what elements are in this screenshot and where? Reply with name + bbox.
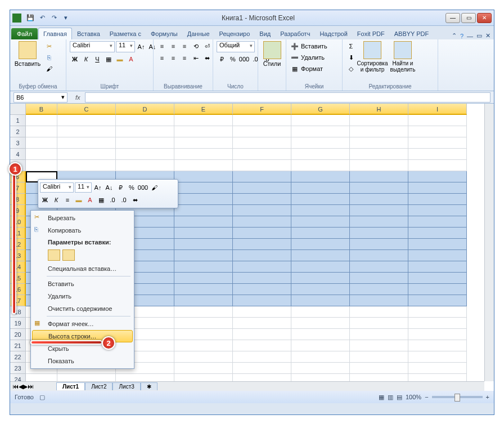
- menu-format-cells[interactable]: Формат ячеек…: [32, 318, 133, 330]
- cell[interactable]: [350, 182, 408, 194]
- cell[interactable]: [174, 137, 233, 149]
- font-color-icon[interactable]: A: [126, 54, 136, 64]
- redo-icon[interactable]: ↷: [49, 13, 59, 23]
- currency-icon[interactable]: ₽: [217, 54, 227, 64]
- cell[interactable]: [116, 149, 174, 160]
- cell[interactable]: [350, 149, 408, 160]
- cell[interactable]: [350, 318, 408, 329]
- cell[interactable]: [26, 137, 57, 149]
- cell[interactable]: [174, 340, 233, 351]
- cell[interactable]: [291, 171, 350, 182]
- cell[interactable]: [174, 205, 233, 216]
- new-sheet-button[interactable]: ✱: [141, 382, 158, 390]
- cell[interactable]: [233, 295, 291, 306]
- number-format-combo[interactable]: Общий: [217, 41, 255, 52]
- paste-button[interactable]: Вставить: [14, 41, 42, 67]
- mini-fill-icon[interactable]: ▬: [74, 195, 84, 205]
- align-center-icon[interactable]: ≡: [168, 53, 178, 63]
- merge-icon[interactable]: ⬌: [202, 53, 212, 63]
- doc-close-icon[interactable]: ✕: [485, 32, 490, 39]
- zoom-out-icon[interactable]: −: [425, 394, 428, 400]
- mini-comma-icon[interactable]: 000: [138, 182, 148, 193]
- mini-dec-decimal-icon[interactable]: .0: [119, 195, 129, 205]
- cell[interactable]: [408, 115, 467, 126]
- namebox-dropdown-icon[interactable]: ▾: [61, 93, 65, 101]
- cell[interactable]: [233, 205, 291, 216]
- sheet-nav-first-icon[interactable]: ⏮: [12, 383, 19, 390]
- zoom-slider[interactable]: [432, 396, 483, 398]
- insert-cells-icon[interactable]: ➕: [290, 41, 300, 51]
- macro-record-icon[interactable]: ▢: [39, 394, 45, 401]
- tab-view[interactable]: Вид: [255, 28, 275, 39]
- cell[interactable]: [26, 149, 57, 160]
- cell[interactable]: [174, 273, 233, 284]
- cell[interactable]: [174, 329, 233, 340]
- align-left-icon[interactable]: ≡: [157, 53, 167, 63]
- cell[interactable]: [233, 171, 291, 182]
- cell[interactable]: [116, 126, 174, 137]
- cell[interactable]: [174, 228, 233, 239]
- cell[interactable]: [291, 160, 350, 171]
- cell[interactable]: [350, 250, 408, 261]
- cell[interactable]: [408, 273, 467, 284]
- cell[interactable]: [408, 250, 467, 261]
- menu-show[interactable]: Показать: [32, 355, 133, 367]
- tab-review[interactable]: Рецензиро: [215, 28, 255, 39]
- mini-font-color-icon[interactable]: A: [85, 195, 95, 205]
- mini-shrink-font-icon[interactable]: A↓: [104, 182, 114, 193]
- cell[interactable]: [233, 228, 291, 239]
- cell[interactable]: [408, 329, 467, 340]
- cell[interactable]: [291, 137, 350, 149]
- minimize-button[interactable]: —: [446, 13, 460, 23]
- cell[interactable]: [174, 351, 233, 363]
- mini-font-combo[interactable]: Calibri: [40, 182, 74, 193]
- cell[interactable]: [408, 205, 467, 216]
- row-header-22[interactable]: 22: [10, 351, 26, 363]
- cell[interactable]: [174, 239, 233, 250]
- sheet-nav-last-icon[interactable]: ⏭: [28, 383, 34, 390]
- mini-grow-font-icon[interactable]: A↑: [93, 182, 103, 193]
- cell[interactable]: [233, 273, 291, 284]
- cell[interactable]: [291, 205, 350, 216]
- cell[interactable]: [408, 306, 467, 318]
- mini-currency-icon[interactable]: ₽: [115, 182, 125, 193]
- sheet-tab-3[interactable]: Лист3: [112, 382, 140, 390]
- mini-inc-decimal-icon[interactable]: .0: [107, 195, 118, 205]
- menu-insert[interactable]: Вставить: [32, 278, 133, 290]
- column-header-D[interactable]: D: [116, 104, 174, 115]
- tab-addins[interactable]: Надстрой: [315, 28, 352, 39]
- cut-icon[interactable]: [44, 41, 54, 51]
- sheet-nav-next-icon[interactable]: ▶: [23, 383, 28, 390]
- select-all-corner[interactable]: [10, 104, 26, 115]
- row-header-1[interactable]: 1: [10, 115, 26, 126]
- cell[interactable]: [26, 126, 57, 137]
- cell[interactable]: [291, 351, 350, 363]
- view-pagebreak-icon[interactable]: ▤: [397, 394, 402, 401]
- delete-cells-label[interactable]: Удалить: [301, 54, 325, 61]
- cell[interactable]: [350, 160, 408, 171]
- border-icon[interactable]: ▦: [104, 54, 114, 64]
- cell[interactable]: [291, 273, 350, 284]
- cell[interactable]: [291, 194, 350, 205]
- tab-home[interactable]: Главная: [38, 28, 72, 39]
- maximize-button[interactable]: ▭: [461, 13, 476, 23]
- row-header-3[interactable]: 3: [10, 137, 26, 149]
- mini-size-combo[interactable]: 11: [75, 182, 92, 193]
- view-layout-icon[interactable]: ▥: [388, 394, 393, 401]
- column-header-I[interactable]: I: [408, 104, 467, 115]
- wrap-text-icon[interactable]: ⏎: [202, 41, 212, 51]
- cell[interactable]: [291, 329, 350, 340]
- cell[interactable]: [233, 284, 291, 295]
- cell[interactable]: [408, 239, 467, 250]
- cell[interactable]: [174, 149, 233, 160]
- minimize-ribbon-icon[interactable]: ⌃: [452, 32, 457, 39]
- row-header-21[interactable]: 21: [10, 340, 26, 351]
- doc-minimize-icon[interactable]: —: [467, 33, 473, 39]
- zoom-in-icon[interactable]: +: [486, 394, 489, 400]
- grow-font-icon[interactable]: A↑: [136, 42, 146, 52]
- copy-icon[interactable]: [44, 52, 54, 63]
- close-button[interactable]: ✕: [477, 13, 492, 23]
- cell[interactable]: [233, 194, 291, 205]
- cell[interactable]: [116, 115, 174, 126]
- horizontal-scrollbar[interactable]: ⏮ ◀ ▶ ⏭ Лист1 Лист2 Лист3 ✱: [10, 381, 484, 391]
